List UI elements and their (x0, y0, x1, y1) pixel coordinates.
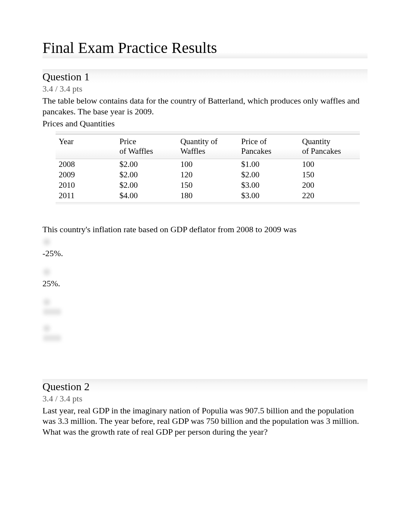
cell-pw: $2.00 (117, 159, 178, 170)
hidden-option-text (43, 335, 61, 341)
col-qty-pancakes-2: of Pancakes (302, 146, 341, 156)
cell-pp: $3.00 (238, 190, 299, 202)
option-c (42, 299, 368, 315)
question-1-points: 3.4 / 3.4 pts (42, 84, 368, 94)
page-title: Final Exam Practice Results (42, 39, 368, 58)
table-row: 2008 $2.00 100 $1.00 100 (56, 159, 360, 170)
col-price-pancakes-2: Pancakes (241, 146, 271, 156)
option-b: 25%. (42, 269, 368, 289)
col-qty-pancakes-1: Quantity (302, 137, 330, 146)
cell-qw: 150 (177, 180, 238, 190)
question-1-stem: This country's inflation rate based on G… (42, 224, 368, 235)
question-1-intro: The table below contains data for the co… (42, 95, 368, 117)
table-header-row: Year Price of Waffles Quantity of Waffle… (56, 134, 360, 159)
radio-icon (43, 299, 50, 306)
data-table: Year Price of Waffles Quantity of Waffle… (56, 131, 360, 205)
cell-year: 2010 (56, 180, 117, 190)
cell-qp: 220 (299, 190, 360, 202)
cell-pw: $2.00 (117, 170, 178, 180)
question-1-heading: Question 1 (42, 69, 368, 83)
cell-year: 2009 (56, 170, 117, 180)
table-title: Prices and Quantities (42, 118, 368, 129)
option-a-text: -25%. (42, 248, 368, 258)
option-b-text: 25%. (42, 279, 368, 289)
table-row: 2011 $4.00 180 $3.00 220 (56, 190, 360, 202)
cell-qp: 200 (299, 180, 360, 190)
radio-icon (43, 325, 50, 332)
cell-qw: 120 (177, 170, 238, 180)
radio-icon (43, 238, 50, 245)
cell-year: 2008 (56, 159, 117, 170)
cell-pp: $2.00 (238, 170, 299, 180)
option-d (42, 325, 368, 341)
col-qty-waffles-2: Waffles (180, 146, 205, 156)
col-qty-waffles-1: Quantity of (180, 137, 217, 146)
table-row: 2010 $2.00 150 $3.00 200 (56, 180, 360, 190)
radio-icon (43, 269, 50, 275)
cell-qp: 100 (299, 159, 360, 170)
col-year: Year (59, 137, 74, 146)
cell-pp: $3.00 (238, 180, 299, 190)
cell-qp: 150 (299, 170, 360, 180)
cell-pw: $2.00 (117, 180, 178, 190)
question-2-text: Last year, real GDP in the imaginary nat… (42, 405, 368, 437)
cell-pw: $4.00 (117, 190, 178, 202)
option-a: -25%. (42, 238, 368, 258)
table-row: 2009 $2.00 120 $2.00 150 (56, 170, 360, 180)
col-price-pancakes-1: Price of (241, 137, 267, 146)
cell-pp: $1.00 (238, 159, 299, 170)
question-2-heading: Question 2 (42, 379, 368, 393)
cell-year: 2011 (56, 190, 117, 202)
question-2-points: 3.4 / 3.4 pts (42, 394, 368, 404)
hidden-option-text (43, 309, 61, 315)
cell-qw: 100 (177, 159, 238, 170)
col-price-waffles-2: of Waffles (120, 146, 153, 156)
col-price-waffles-1: Price (120, 137, 136, 146)
cell-qw: 180 (177, 190, 238, 202)
